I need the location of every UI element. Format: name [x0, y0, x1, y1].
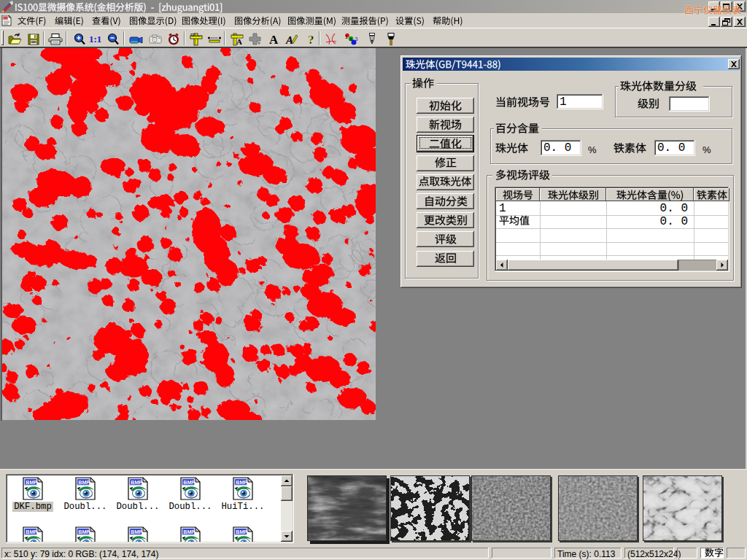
svg-text:A: A — [285, 34, 293, 46]
svg-text:DOC: DOC — [4, 17, 9, 20]
svg-text:1: 1 — [345, 34, 348, 39]
svg-text:1:1: 1:1 — [89, 34, 101, 44]
svg-text:BMP: BMP — [78, 479, 90, 486]
svg-text:A: A — [236, 37, 242, 46]
svg-text:BMP: BMP — [26, 479, 37, 486]
svg-text:BMP: BMP — [236, 479, 247, 486]
svg-text:BMP: BMP — [78, 529, 90, 535]
svg-text:BMP: BMP — [26, 529, 37, 535]
svg-text:BMP: BMP — [131, 479, 142, 486]
svg-text:BMP: BMP — [183, 479, 195, 486]
svg-text:?: ? — [308, 33, 314, 47]
svg-text:BMP: BMP — [236, 529, 247, 535]
svg-text:3: 3 — [355, 36, 358, 42]
svg-text:BMP: BMP — [183, 529, 195, 535]
svg-text:BMP: BMP — [131, 529, 142, 535]
svg-text:A: A — [269, 33, 279, 47]
svg-text:a: a — [349, 36, 352, 42]
